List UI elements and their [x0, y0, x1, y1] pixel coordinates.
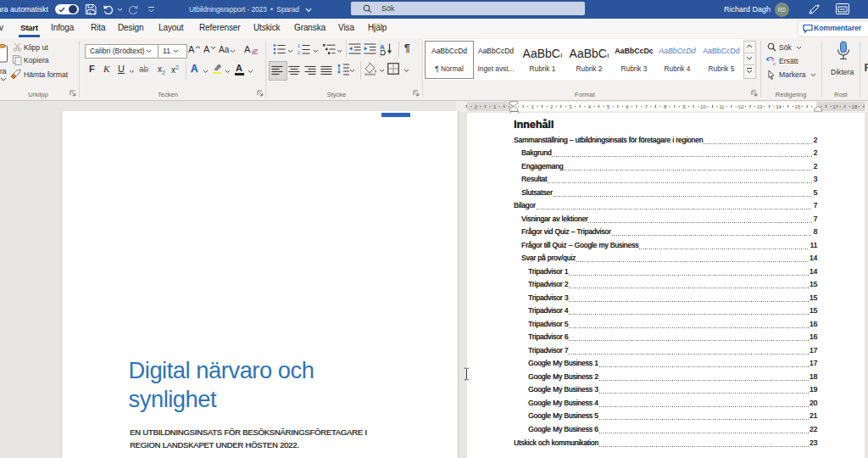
svg-text:1: 1: [298, 43, 300, 48]
svg-text:17: 17: [832, 104, 838, 109]
svg-text:15: 15: [795, 104, 801, 109]
svg-text:11: 11: [719, 104, 725, 109]
svg-text:12: 12: [738, 104, 744, 109]
svg-text:18: 18: [852, 104, 858, 109]
svg-text:A: A: [380, 43, 385, 51]
svg-text:c: c: [773, 61, 776, 66]
svg-text:14: 14: [776, 104, 782, 109]
svg-text:13: 13: [757, 104, 763, 109]
svg-text:10: 10: [700, 104, 706, 109]
svg-text:2: 2: [298, 50, 300, 55]
